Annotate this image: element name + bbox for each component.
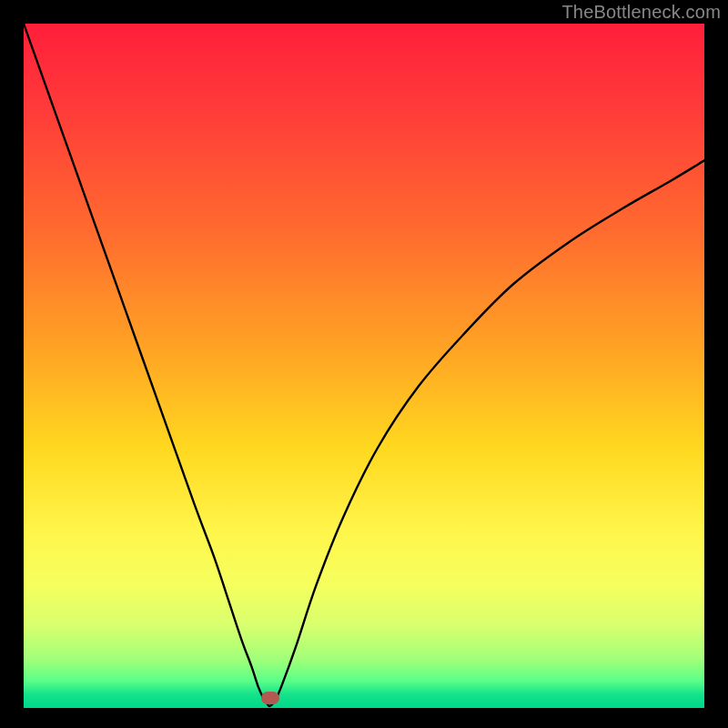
watermark-text: TheBottleneck.com [561,2,721,23]
optimal-point-marker [261,692,279,704]
bottleneck-curve [24,24,704,708]
chart-frame: TheBottleneck.com [0,0,728,728]
plot-area [24,24,704,708]
